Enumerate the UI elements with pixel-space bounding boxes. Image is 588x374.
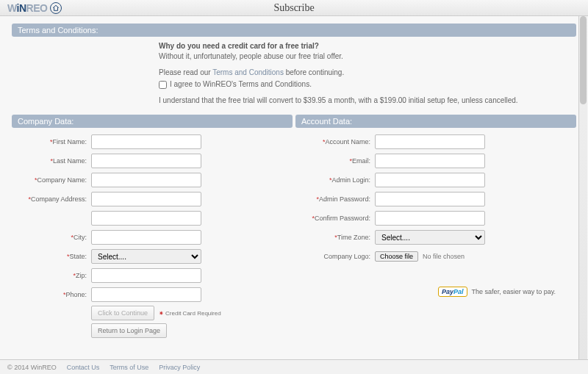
timezone-label: Time Zone:: [337, 234, 370, 241]
admin-password-input[interactable]: [375, 192, 485, 206]
timezone-select[interactable]: Select....: [375, 230, 485, 245]
email-input[interactable]: [375, 154, 485, 168]
home-icon[interactable]: [50, 2, 62, 14]
phone-input[interactable]: [91, 287, 201, 302]
paypal-badge[interactable]: PayPal: [438, 287, 467, 297]
terms-link[interactable]: Terms and Conditions: [212, 68, 284, 76]
logo-text: WiNREO: [7, 2, 47, 14]
terms-read-suffix: before continuing.: [284, 68, 344, 76]
scrollbar[interactable]: [578, 16, 587, 359]
return-login-button[interactable]: Return to Login Page: [91, 323, 167, 338]
phone-label: Phone:: [65, 291, 87, 298]
footer-privacy-link[interactable]: Privacy Policy: [159, 364, 200, 371]
page-content: Terms and Conditions: Why do you need a …: [0, 16, 588, 341]
company-logo-label: Company Logo:: [323, 253, 370, 260]
terms-understand: I understand that the free trial will co…: [159, 96, 518, 104]
footer: © 2014 WinREO Contact Us Terms of Use Pr…: [0, 359, 588, 374]
account-data-column: Account Data: *Account Name: *Email: *Ad…: [295, 115, 576, 341]
state-select[interactable]: Select....: [91, 249, 201, 264]
account-name-label: Account Name:: [325, 138, 370, 145]
top-bar: WiNREO Subscribe: [0, 0, 588, 16]
zip-label: Zip:: [76, 272, 87, 279]
city-input[interactable]: [91, 230, 201, 245]
city-label: City:: [74, 234, 87, 241]
zip-input[interactable]: [91, 268, 201, 283]
company-address-label: Company Address:: [31, 195, 87, 203]
terms-read-prefix: Please read our: [159, 68, 212, 76]
company-name-input[interactable]: [91, 173, 201, 187]
footer-contact-link[interactable]: Contact Us: [67, 364, 100, 371]
company-name-label: Company Name:: [37, 176, 87, 184]
last-name-input[interactable]: [91, 154, 201, 168]
footer-terms-link[interactable]: Terms of Use: [110, 364, 148, 371]
choose-file-button[interactable]: Choose file: [375, 251, 418, 262]
email-label: Email:: [352, 157, 370, 165]
page-title: Subscribe: [0, 2, 588, 14]
terms-explanation: Without it, unfortunately, people abuse …: [159, 52, 343, 60]
account-section-bar: Account Data:: [295, 115, 576, 128]
logo[interactable]: WiNREO: [7, 2, 62, 14]
terms-section-body: Why do you need a credit card for a free…: [12, 37, 576, 112]
first-name-label: First Name:: [52, 138, 87, 145]
last-name-label: Last Name:: [53, 157, 87, 165]
admin-login-input[interactable]: [375, 173, 485, 187]
admin-login-label: Admin Login:: [331, 176, 370, 184]
paypal-row: PayPal The safer, easier way to pay.: [301, 287, 570, 297]
no-file-chosen-text: No file chosen: [423, 253, 465, 260]
confirm-password-input[interactable]: [375, 211, 485, 226]
company-data-column: Company Data: *First Name: *Last Name: *…: [12, 115, 293, 341]
footer-copyright: © 2014 WinREO: [7, 364, 57, 371]
paypal-tagline: The safer, easier way to pay.: [472, 288, 556, 295]
terms-section-bar: Terms and Conditions:: [12, 24, 576, 37]
admin-password-label: Admin Password:: [319, 195, 370, 203]
terms-question: Why do you need a credit card for a free…: [159, 42, 319, 50]
agree-checkbox[interactable]: [159, 81, 167, 89]
continue-button[interactable]: Click to Continue: [91, 306, 154, 320]
company-address-input-1[interactable]: [91, 192, 201, 206]
company-section-bar: Company Data:: [12, 115, 293, 128]
confirm-password-label: Confirm Password:: [315, 215, 370, 222]
company-address-input-2[interactable]: [91, 211, 201, 226]
cc-required-note: Credit Card Required: [159, 310, 221, 317]
account-name-input[interactable]: [375, 134, 485, 149]
state-label: State:: [69, 253, 87, 260]
first-name-input[interactable]: [91, 134, 201, 149]
agree-label: I agree to WinREO's Terms and Conditions…: [170, 79, 312, 90]
